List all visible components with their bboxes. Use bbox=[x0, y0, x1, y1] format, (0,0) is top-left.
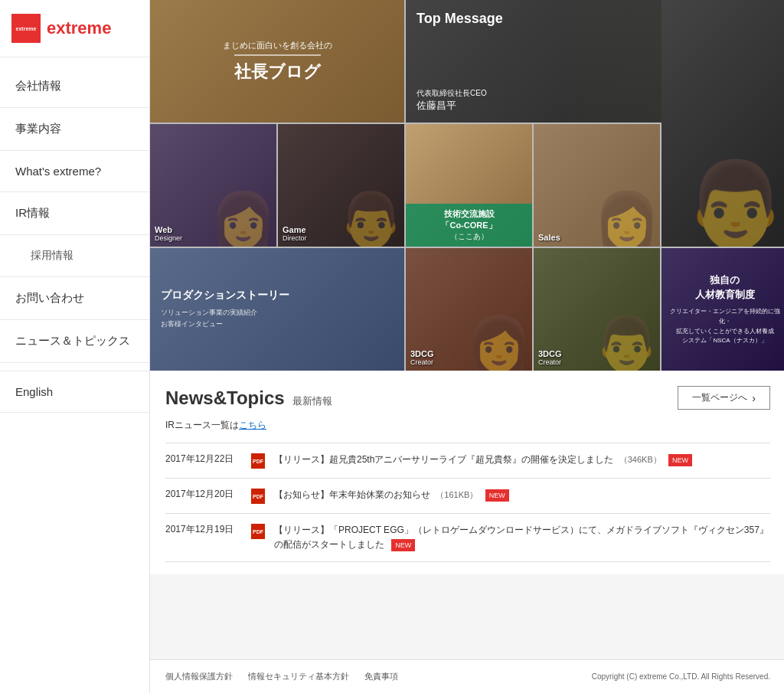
cocore-overlay: 技術交流施設 「Co-CORE」 （ここあ） bbox=[406, 204, 532, 247]
3dcg2-cell[interactable]: 👨 3DCG Creator bbox=[534, 248, 660, 371]
footer-link-security[interactable]: 情報セキュリティ基本方針 bbox=[248, 671, 349, 682]
web-designer-cell[interactable]: 👩 Web Designer bbox=[150, 124, 276, 247]
news-and-footer: News&Topics 最新情報 一覧ページへ IRニュース一覧はこちら bbox=[150, 371, 784, 693]
news-ir-link-anchor[interactable]: こちら bbox=[239, 420, 266, 430]
game-director-cell[interactable]: 👨 Game Director bbox=[278, 124, 404, 247]
news-date-3: 2017年12月19日 bbox=[165, 523, 242, 536]
sidebar-item-contact[interactable]: お問い合わせ bbox=[0, 277, 149, 320]
news-item: 2017年12月19日 PDF 【リリース】「PROJECT EGG」（レトロゲ… bbox=[165, 514, 770, 562]
sales-cell[interactable]: 👩 Sales bbox=[534, 124, 660, 247]
footer: 個人情報保護方針 情報セキュリティ基本方針 免責事項 Copyright (C)… bbox=[150, 659, 784, 693]
news-list: 2017年12月22日 PDF 【リリース】超兄貴25thアニバーサリーライブ『… bbox=[165, 443, 770, 562]
news-date-1: 2017年12月22日 bbox=[165, 453, 242, 466]
sidebar: extreme extreme 会社情報 事業内容 What's extreme… bbox=[0, 0, 150, 693]
shacho-sub: まじめに面白いを創る会社の bbox=[223, 40, 332, 51]
bottom-row: News&Topics 最新情報 一覧ページへ IRニュース一覧はこちら bbox=[150, 371, 784, 693]
sidebar-item-recruit[interactable]: 採用情報 bbox=[0, 235, 149, 277]
sidebar-item-company[interactable]: 会社情報 bbox=[0, 65, 149, 108]
footer-link-privacy[interactable]: 個人情報保護方針 bbox=[165, 671, 233, 682]
news-badge-3: NEW bbox=[391, 539, 415, 551]
news-item: 2017年12月20日 PDF 【お知らせ】年末年始休業のお知らせ （161KB… bbox=[165, 479, 770, 514]
top-row: まじめに面白いを創る会社の 社長ブログ 👤 Top Message 代表取締役社… bbox=[150, 0, 784, 371]
news-section: News&Topics 最新情報 一覧ページへ IRニュース一覧はこちら bbox=[150, 371, 784, 574]
sidebar-item-whats[interactable]: What's extreme? bbox=[0, 151, 149, 192]
nsca-cell[interactable]: 独自の 人材教育制度 クリエイター・エンジニアを持続的に強化・ 拡充していくこと… bbox=[662, 248, 784, 371]
programmer-tall-cell[interactable]: 👨 bbox=[662, 0, 784, 247]
top-message-text: Top Message 代表取締役社長CEO 佐藤昌平 bbox=[416, 11, 503, 113]
news-title: News&Topics bbox=[165, 387, 285, 409]
footer-links: 個人情報保護方針 情報セキュリティ基本方針 免責事項 bbox=[165, 671, 398, 682]
footer-link-disclaimer[interactable]: 免責事項 bbox=[364, 671, 398, 682]
sidebar-item-english[interactable]: English bbox=[0, 371, 149, 413]
news-all-button[interactable]: 一覧ページへ bbox=[678, 386, 770, 410]
web-label: Web Designer bbox=[155, 225, 182, 242]
sidebar-item-news[interactable]: ニュース＆トピックス bbox=[0, 320, 149, 363]
hero-grid: まじめに面白いを創る会社の 社長ブログ 👤 Top Message 代表取締役社… bbox=[150, 0, 784, 371]
shacho-main: 社長ブログ bbox=[234, 54, 321, 83]
sales-label: Sales bbox=[538, 233, 560, 242]
production-text: プロダクションストーリー ソリューション事業の実績紹介 お客様インタビュー bbox=[161, 289, 289, 331]
footer-copyright: Copyright (C) extreme Co.,LTD. All Right… bbox=[592, 672, 770, 681]
news-body-2: 【お知らせ】年末年始休業のお知らせ （161KB） NEW bbox=[274, 488, 770, 502]
logo-small-text: extreme bbox=[16, 26, 37, 31]
3dcg1-label: 3DCG Creator bbox=[410, 349, 434, 366]
sidebar-item-ir[interactable]: IR情報 bbox=[0, 192, 149, 235]
pdf-icon-3: PDF bbox=[251, 524, 265, 539]
news-ir-link: IRニュース一覧はこちら bbox=[165, 419, 770, 432]
news-header: News&Topics 最新情報 一覧ページへ bbox=[165, 386, 770, 410]
main-content: まじめに面白いを創る会社の 社長ブログ 👤 Top Message 代表取締役社… bbox=[150, 0, 784, 693]
logo-area[interactable]: extreme extreme bbox=[0, 0, 149, 57]
news-date-2: 2017年12月20日 bbox=[165, 488, 242, 501]
news-badge-1: NEW bbox=[668, 454, 692, 466]
news-body-1: 【リリース】超兄貴25thアニバーサリーライブ『超兄貴祭』の開催を決定しました … bbox=[274, 453, 770, 467]
sidebar-item-business[interactable]: 事業内容 bbox=[0, 108, 149, 151]
sidebar-navigation: 会社情報 事業内容 What's extreme? IR情報 採用情報 お問い合… bbox=[0, 65, 149, 413]
production-cell[interactable]: プロダクションストーリー ソリューション事業の実績紹介 お客様インタビュー bbox=[150, 248, 404, 371]
news-item: 2017年12月22日 PDF 【リリース】超兄貴25thアニバーサリーライブ『… bbox=[165, 443, 770, 479]
logo-main-text: extreme bbox=[47, 18, 111, 38]
pdf-icon-1: PDF bbox=[251, 453, 265, 469]
pdf-icon-2: PDF bbox=[251, 489, 265, 504]
cocore-cell[interactable]: 技術交流施設 「Co-CORE」 （ここあ） bbox=[406, 124, 532, 247]
news-subtitle: 最新情報 bbox=[292, 394, 332, 408]
news-badge-2: NEW bbox=[485, 489, 509, 502]
3dcg1-cell[interactable]: 👩 3DCG Creator bbox=[406, 248, 532, 371]
shacho-blog-cell[interactable]: まじめに面白いを創る会社の 社長ブログ bbox=[150, 0, 404, 123]
3dcg2-label: 3DCG Creator bbox=[538, 349, 562, 366]
game-label: Game Director bbox=[283, 225, 307, 242]
news-title-group: News&Topics 最新情報 bbox=[165, 387, 332, 409]
logo-box-icon: extreme bbox=[11, 14, 41, 43]
nsca-content: 独自の 人材教育制度 クリエイター・エンジニアを持続的に強化・ 拡充していくこと… bbox=[669, 273, 780, 346]
news-body-3: 【リリース】「PROJECT EGG」（レトロゲームダウンロードサービス）にて、… bbox=[274, 523, 770, 552]
